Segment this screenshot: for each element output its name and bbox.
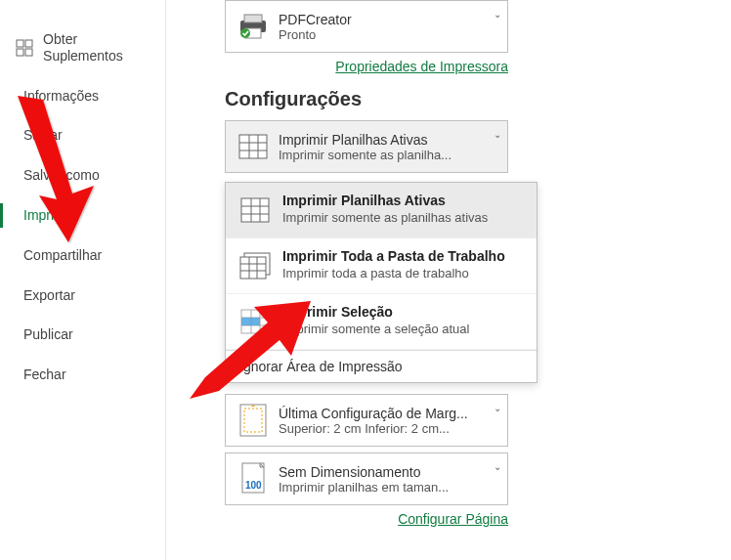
settings-heading: Configurações bbox=[225, 88, 702, 110]
page-setup-link[interactable]: Configurar Página bbox=[398, 511, 508, 527]
dropdown-option-title: Imprimir Seleção bbox=[282, 304, 469, 320]
svg-rect-23 bbox=[240, 257, 266, 279]
sidebar-item-share[interactable]: Compartilhar bbox=[0, 236, 165, 276]
svg-point-7 bbox=[240, 28, 250, 38]
sidebar-item-info[interactable]: Informações bbox=[0, 76, 165, 116]
print-what-selector[interactable]: Imprimir Planilhas Ativas Imprimir somen… bbox=[225, 120, 508, 173]
sheets-icon bbox=[234, 125, 273, 168]
chevron-down-icon: ⌄ bbox=[494, 403, 501, 413]
svg-rect-0 bbox=[17, 40, 23, 47]
dropdown-option-entire-workbook[interactable]: Imprimir Toda a Pasta de Trabalho Imprim… bbox=[226, 238, 537, 294]
printer-properties-link[interactable]: Propriedades de Impressora bbox=[335, 59, 508, 74]
sheets-icon bbox=[237, 193, 273, 228]
sidebar-item-close[interactable]: Fechar bbox=[0, 355, 165, 395]
sidebar-item-label: Publicar bbox=[23, 326, 73, 343]
svg-rect-17 bbox=[241, 198, 269, 222]
sidebar-item-print[interactable]: Imprimir bbox=[0, 195, 165, 236]
sidebar-item-publish[interactable]: Publicar bbox=[0, 315, 165, 355]
chevron-down-icon: ⌄ bbox=[494, 129, 501, 140]
printer-status: Pronto bbox=[279, 27, 499, 42]
print-what-sub: Imprimir somente as planilha... bbox=[279, 148, 499, 162]
dropdown-option-selection[interactable]: Imprimir Seleção Imprimir somente a sele… bbox=[226, 294, 537, 350]
sidebar-item-addins[interactable]: Obter Suplementos bbox=[0, 20, 165, 76]
dropdown-option-sub: Imprimir somente as planilhas ativas bbox=[282, 210, 488, 225]
scaling-icon: 100 bbox=[234, 457, 273, 500]
sidebar-item-label: Fechar bbox=[23, 366, 66, 383]
print-what-title: Imprimir Planilhas Ativas bbox=[279, 132, 499, 148]
scaling-sub: Imprimir planilhas em taman... bbox=[279, 480, 499, 495]
sidebar-item-label: Obter Suplementos bbox=[43, 31, 150, 65]
dropdown-option-active-sheets[interactable]: Imprimir Planilhas Ativas Imprimir somen… bbox=[226, 183, 537, 238]
svg-rect-33 bbox=[241, 318, 260, 325]
dropdown-ignore-print-area[interactable]: Ignorar Área de Impressão bbox=[226, 350, 537, 382]
svg-rect-8 bbox=[239, 135, 267, 158]
scaling-selector[interactable]: 100 Sem Dimensionamento Imprimir planilh… bbox=[225, 452, 508, 505]
margins-title: Última Configuração de Marg... bbox=[279, 406, 499, 421]
selection-icon bbox=[237, 304, 273, 339]
print-what-dropdown: Imprimir Planilhas Ativas Imprimir somen… bbox=[225, 182, 538, 383]
sidebar-item-saveas[interactable]: Salvar como bbox=[0, 155, 165, 195]
dropdown-option-sub: Imprimir toda a pasta de trabalho bbox=[282, 266, 505, 280]
dropdown-option-title: Imprimir Toda a Pasta de Trabalho bbox=[282, 248, 505, 264]
dropdown-option-sub: Imprimir somente a seleção atual bbox=[282, 322, 469, 336]
sidebar-item-label: Compartilhar bbox=[23, 247, 102, 264]
svg-rect-2 bbox=[17, 49, 23, 56]
sidebar-item-save[interactable]: Salvar bbox=[0, 115, 165, 155]
sidebar-item-label: Imprimir bbox=[23, 207, 73, 224]
margins-selector[interactable]: Última Configuração de Marg... Superior:… bbox=[225, 394, 508, 447]
printer-selector[interactable]: PDFCreator Pronto ⌄ bbox=[225, 0, 508, 53]
sidebar-item-label: Salvar como bbox=[23, 167, 100, 184]
svg-rect-5 bbox=[244, 15, 262, 22]
margins-sub: Superior: 2 cm Inferior: 2 cm... bbox=[279, 421, 499, 436]
svg-rect-3 bbox=[25, 49, 32, 56]
printer-name: PDFCreator bbox=[279, 12, 499, 27]
scaling-title: Sem Dimensionamento bbox=[279, 464, 499, 480]
dropdown-option-title: Imprimir Planilhas Ativas bbox=[282, 193, 488, 208]
addins-icon bbox=[16, 38, 33, 58]
sidebar-item-label: Exportar bbox=[23, 287, 75, 304]
chevron-down-icon: ⌄ bbox=[494, 9, 501, 20]
printer-icon bbox=[234, 5, 273, 48]
sidebar-item-label: Salvar bbox=[23, 127, 63, 144]
backstage-sidebar: Obter Suplementos Informações Salvar Sal… bbox=[0, 0, 166, 560]
svg-rect-1 bbox=[25, 40, 32, 47]
sidebar-item-label: Informações bbox=[23, 88, 99, 105]
print-settings-panel: PDFCreator Pronto ⌄ Propriedades de Impr… bbox=[166, 0, 731, 560]
svg-text:100: 100 bbox=[245, 480, 262, 491]
chevron-down-icon: ⌄ bbox=[494, 461, 501, 472]
workbook-icon bbox=[237, 248, 273, 283]
margins-icon bbox=[234, 399, 273, 442]
sidebar-item-export[interactable]: Exportar bbox=[0, 276, 165, 316]
